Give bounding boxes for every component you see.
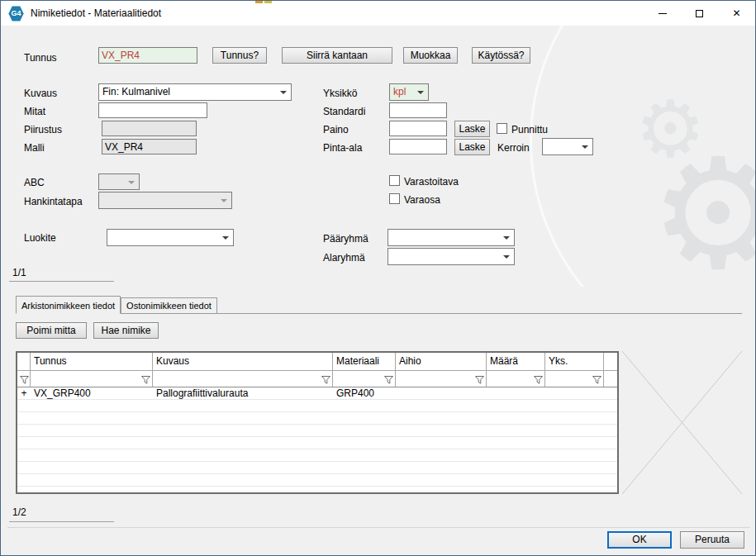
close-icon: ✕ — [732, 8, 740, 18]
filter-funnel-icon[interactable] — [20, 376, 29, 384]
hankintatapa-label: Hankintatapa — [24, 196, 83, 208]
pinta-ala-input[interactable] — [389, 139, 447, 154]
app-icon: G4 — [8, 6, 24, 21]
kaytossa-button[interactable]: Käytössä? — [472, 47, 530, 64]
cell-aihio[interactable] — [396, 387, 487, 400]
empty-table-row[interactable] — [17, 487, 617, 494]
filter-funnel-icon[interactable] — [141, 376, 150, 384]
empty-table-row[interactable] — [17, 474, 617, 487]
data-grid: Tunnus Kuvaus Materiaali Aihio Määrä Yks… — [16, 351, 619, 494]
empty-table-row[interactable] — [17, 449, 617, 462]
column-header-yks[interactable]: Yks. — [545, 353, 604, 371]
filter-cell[interactable] — [31, 371, 153, 387]
kuvaus-combo[interactable]: Fin: Kulmanivel — [98, 83, 292, 101]
filter-cell[interactable] — [396, 371, 487, 387]
muokkaa-button[interactable]: Muokkaa — [403, 47, 458, 64]
cell-materiaali[interactable]: GRP400 — [333, 387, 396, 400]
page-divider — [9, 281, 114, 282]
chevron-down-icon — [503, 236, 510, 240]
cell-filler — [604, 387, 617, 400]
abc-combo[interactable] — [98, 173, 140, 190]
laske-pinta-ala-button[interactable]: Laske — [454, 139, 490, 155]
piirustus-input[interactable] — [102, 121, 197, 136]
hae-nimike-button[interactable]: Hae nimike — [93, 322, 159, 339]
mitat-input[interactable] — [98, 102, 207, 118]
filter-funnel-icon[interactable] — [384, 376, 393, 384]
maximize-button[interactable] — [681, 1, 718, 26]
column-header-materiaali[interactable]: Materiaali — [333, 353, 396, 371]
kerroin-label: Kerroin — [497, 142, 530, 154]
column-header-maara[interactable]: Määrä — [487, 353, 545, 371]
filter-funnel-icon[interactable] — [321, 376, 330, 384]
tab-strip: Arkistonimikkeen tiedot Ostonimikkeen ti… — [16, 296, 742, 314]
tunnus-input[interactable] — [98, 47, 197, 64]
filter-cell[interactable] — [545, 371, 604, 387]
window-controls: ✕ — [644, 1, 755, 26]
varastoitava-checkbox[interactable] — [389, 175, 400, 186]
kerroin-combo[interactable] — [542, 138, 593, 155]
marker-column-header[interactable] — [17, 353, 31, 371]
dialog-window: G4 Nimiketiedot - Materiaalitiedot ✕ ⚙ ⚙… — [0, 0, 756, 556]
filter-funnel-icon[interactable] — [534, 376, 543, 384]
empty-table-row[interactable] — [17, 400, 617, 412]
luokite-combo[interactable] — [107, 229, 234, 246]
poimi-mitta-button[interactable]: Poimi mitta — [16, 322, 87, 339]
cell-yks[interactable] — [545, 387, 604, 400]
form-page-indicator: 1/1 — [12, 267, 26, 279]
row-expand-marker[interactable]: + — [17, 387, 31, 400]
hankintatapa-combo[interactable] — [98, 192, 232, 209]
paaryhma-combo[interactable] — [388, 229, 515, 246]
pinta-ala-label: Pinta-ala — [323, 142, 362, 154]
page-divider — [9, 521, 114, 522]
alaryhma-combo[interactable] — [388, 248, 515, 265]
tab-ostonimikkeen-tiedot[interactable]: Ostonimikkeen tiedot — [121, 297, 217, 313]
filter-funnel-icon[interactable] — [475, 376, 484, 384]
cell-maara[interactable] — [487, 387, 545, 400]
paino-input[interactable] — [389, 121, 447, 136]
standardi-input[interactable] — [389, 102, 447, 118]
luokite-label: Luokite — [24, 232, 56, 245]
yksikko-label: Yksikkö — [323, 88, 357, 100]
gear-watermark: ⚙ ⚙ — [1, 26, 755, 287]
chevron-down-icon — [221, 199, 227, 202]
cell-kuvaus[interactable]: Pallografiittivalurauta — [153, 387, 333, 400]
piirustus-label: Piirustus — [24, 124, 62, 136]
gear-icon: ⚙ — [635, 83, 706, 174]
filter-funnel-icon[interactable] — [592, 376, 601, 384]
punnittu-checkbox[interactable] — [497, 123, 507, 134]
siirra-kantaan-button[interactable]: Siirrä kantaan — [282, 47, 392, 64]
empty-table-row[interactable] — [17, 425, 617, 437]
empty-table-row[interactable] — [17, 412, 617, 425]
yksikko-combo[interactable]: kpl — [389, 83, 429, 101]
cell-tunnus[interactable]: VX_GRP400 — [31, 387, 153, 400]
title-bar[interactable]: G4 Nimiketiedot - Materiaalitiedot ✕ — [1, 1, 755, 26]
tunnus-query-button[interactable]: Tunnus? — [212, 47, 267, 64]
laske-paino-button[interactable]: Laske — [454, 121, 490, 137]
kuvaus-label: Kuvaus — [24, 88, 57, 100]
column-header-kuvaus[interactable]: Kuvaus — [153, 353, 333, 371]
varaosa-checkbox[interactable] — [389, 193, 400, 204]
empty-table-row[interactable] — [17, 437, 617, 449]
window-title: Nimiketiedot - Materiaalitiedot — [31, 1, 161, 26]
grid-page-indicator: 1/2 — [12, 506, 26, 519]
tab-arkistonimikkeen-tiedot[interactable]: Arkistonimikkeen tiedot — [16, 296, 121, 314]
column-header-tunnus[interactable]: Tunnus — [31, 353, 153, 371]
peruuta-button[interactable]: Peruuta — [680, 531, 744, 549]
malli-input[interactable] — [102, 139, 197, 154]
filter-cell[interactable] — [487, 371, 545, 387]
filter-cell[interactable] — [17, 371, 31, 387]
grid-header-row: Tunnus Kuvaus Materiaali Aihio Määrä Yks… — [17, 353, 617, 371]
empty-table-row[interactable] — [17, 462, 617, 474]
ok-button[interactable]: OK — [607, 531, 672, 549]
filter-cell[interactable] — [333, 371, 396, 387]
screen-artifact — [255, 1, 263, 3]
close-button[interactable]: ✕ — [718, 1, 755, 26]
minimize-button[interactable] — [644, 1, 681, 26]
varaosa-label: Varaosa — [404, 194, 440, 207]
chevron-down-icon — [582, 145, 588, 149]
app-icon-text: G4 — [11, 9, 21, 17]
table-row[interactable]: + VX_GRP400 Pallografiittivalurauta GRP4… — [17, 387, 617, 400]
filter-cell[interactable] — [153, 371, 333, 387]
screen-artifact — [264, 1, 272, 3]
column-header-aihio[interactable]: Aihio — [396, 353, 487, 371]
